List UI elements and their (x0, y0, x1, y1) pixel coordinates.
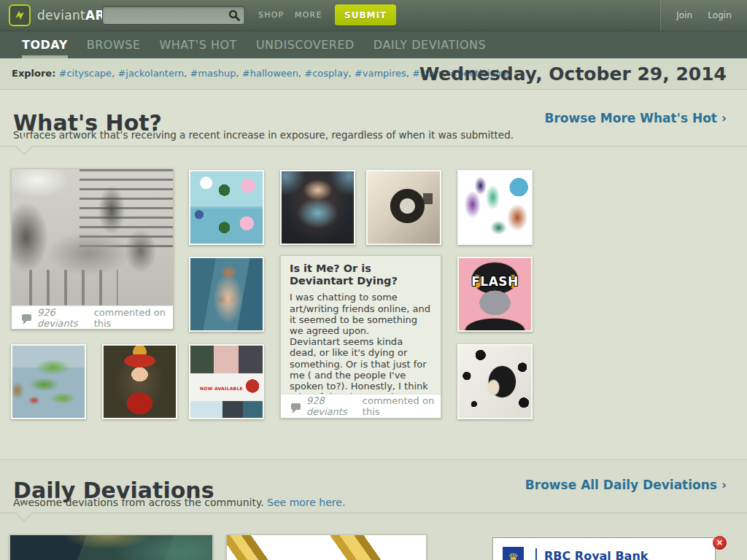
explore-label: Explore: (12, 68, 55, 79)
chevron-right-icon: › (721, 478, 727, 492)
featured-artwork-horse-sketch[interactable] (12, 169, 173, 306)
nav-tab-whats-hot[interactable]: WHAT'S HOT (160, 31, 237, 59)
comment-count: 928 deviants (306, 395, 359, 417)
whats-hot-subtitle: Surfaces artwork that’s receiving a rece… (13, 129, 514, 141)
thumbnail-sea-serpent[interactable] (11, 344, 86, 419)
search-icon[interactable] (228, 9, 240, 21)
browse-all-daily-label: Browse All Daily Deviations (525, 478, 717, 492)
journal-comment-bar: 928 deviants commented on this (281, 394, 441, 418)
current-date: Wednesday, October 29, 2014 (419, 63, 727, 85)
journal-body: Is it Me? Or is Deviantart Dying? I was … (281, 256, 441, 414)
journal-paragraph: I was chatting to some art/writing frien… (290, 292, 432, 336)
tag-separator: , (349, 68, 355, 79)
rbc-advertisement[interactable]: ♛ RBC Royal Bank (492, 537, 716, 560)
whats-hot-divider (0, 146, 747, 147)
tag-cosplay[interactable]: #cosplay (304, 68, 348, 79)
tag-separator: , (184, 68, 190, 79)
comment-suffix: commented on this (363, 395, 441, 417)
deviantart-logo[interactable]: deviantART (9, 4, 113, 26)
close-icon: × (716, 537, 723, 548)
deviantart-today-page: deviantART SHOP MORE SUBMIT Join Login T… (0, 0, 747, 560)
main-nav: TODAY BROWSE WHAT'S HOT UNDISCOVERED DAI… (0, 31, 747, 58)
tag-cityscape[interactable]: #cityscape (59, 68, 112, 79)
tag-vampires[interactable]: #vampires (355, 68, 406, 79)
shop-link[interactable]: SHOP (258, 0, 284, 31)
comment-bubble-icon (22, 314, 31, 321)
account-area: Join Login (660, 0, 747, 31)
featured-deviation-card[interactable]: 926 deviants commented on this (11, 168, 174, 330)
browse-more-whats-hot-label: Browse More What's Hot (545, 111, 717, 125)
rbc-divider (535, 548, 537, 560)
comment-bubble-icon (291, 403, 301, 410)
journal-card[interactable]: Is it Me? Or is Deviantart Dying? I was … (280, 255, 441, 419)
featured-comment-bar: 926 deviants commented on this (12, 306, 173, 329)
daily-subtitle-text: Awesome deviations from across the commu… (13, 497, 264, 508)
ad-close-button[interactable]: × (713, 536, 727, 550)
explore-bar: Explore: #cityscape, #jackolantern, #mas… (0, 58, 747, 90)
thumbnail-pony-comic[interactable] (189, 170, 264, 245)
nav-tab-today[interactable]: TODAY (22, 31, 68, 59)
daily-deviations-divider (0, 513, 747, 513)
tag-halloween[interactable]: #halloween (242, 68, 298, 79)
collage-text: NOW AVAILABLE (190, 386, 252, 391)
rbc-lion-icon: ♛ (503, 547, 524, 560)
thumbnail-jester-characters[interactable] (457, 170, 533, 245)
tag-separator: , (236, 68, 242, 79)
header: deviantART SHOP MORE SUBMIT Join Login (0, 0, 747, 31)
see-more-link[interactable]: See more here. (267, 497, 345, 508)
journal-title: Is it Me? Or is Deviantart Dying? (290, 262, 432, 287)
thumbnail-fantasy-girl[interactable] (280, 170, 355, 245)
chevron-right-icon: › (721, 111, 727, 125)
rbc-brand-text: RBC Royal Bank (544, 549, 648, 560)
thumbnail-flash-character[interactable]: FLASH (457, 257, 533, 332)
comment-suffix: commented on this (94, 307, 173, 329)
daily-thumbnail-fantasy-portrait[interactable] (9, 534, 213, 560)
search-input[interactable] (102, 6, 245, 25)
submit-button[interactable]: SUBMIT (335, 4, 396, 26)
thumbnail-manga-wolf-boy[interactable] (457, 344, 533, 419)
comment-count: 926 deviants (37, 307, 90, 329)
thumbnail-lingerie-portrait[interactable] (189, 257, 264, 332)
login-link[interactable]: Login (708, 10, 731, 20)
daily-deviations-subtitle: Awesome deviations from across the commu… (13, 497, 345, 508)
nav-tab-undiscovered[interactable]: UNDISCOVERED (256, 31, 355, 59)
nav-tab-browse[interactable]: BROWSE (87, 31, 141, 59)
join-link[interactable]: Join (676, 10, 692, 20)
tag-mashup[interactable]: #mashup (190, 68, 236, 79)
flash-text: FLASH (459, 274, 531, 289)
search-box (102, 6, 245, 25)
thumbnail-tsm-logo[interactable] (366, 170, 441, 245)
browse-more-whats-hot-link[interactable]: Browse More What's Hot› (545, 111, 727, 125)
tag-jackolantern[interactable]: #jackolantern (117, 68, 184, 79)
more-link[interactable]: MORE (295, 0, 322, 31)
thumbnail-preorder-collage[interactable]: NOW AVAILABLE (189, 344, 264, 419)
tag-separator: , (406, 68, 412, 79)
nav-tab-daily-deviations[interactable]: DAILY DEVIATIONS (374, 31, 486, 59)
daily-thumbnail-gold-sculpture[interactable] (226, 534, 427, 560)
browse-all-daily-deviations-link[interactable]: Browse All Daily Deviations› (525, 478, 727, 492)
deviantart-logo-icon (9, 4, 31, 26)
thumbnail-red-witch-cosplay[interactable] (102, 344, 177, 419)
